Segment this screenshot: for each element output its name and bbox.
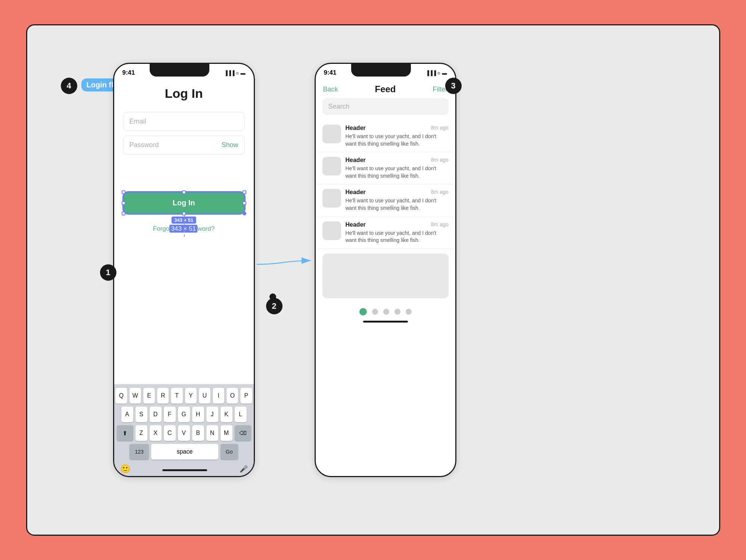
back-button[interactable]: Back	[323, 85, 338, 93]
key-p[interactable]: P	[240, 388, 252, 404]
dot-1[interactable]	[359, 308, 367, 315]
badge-4: 4	[61, 78, 77, 94]
notch	[150, 64, 209, 77]
keyboard-bottom-row: 🙂 🎤	[116, 463, 252, 474]
keyboard-row-3: ⬆ Z X C V B N M ⌫	[116, 425, 252, 441]
keyboard-row-2: A S D F G H J K L	[116, 407, 252, 422]
login-content: Log In Email Password Show	[114, 79, 254, 240]
key-x[interactable]: X	[150, 425, 162, 441]
key-s[interactable]: S	[135, 407, 147, 422]
key-c[interactable]: C	[164, 425, 176, 441]
key-w[interactable]: W	[129, 388, 141, 404]
key-go[interactable]: Go	[221, 444, 238, 460]
status-icons-feed: ▐▐▐ ⌾ ▬	[426, 70, 447, 76]
login-btn-area: Log In 343 × 51 Forgo343 × 51word?	[123, 192, 245, 233]
key-g[interactable]: G	[178, 407, 190, 422]
key-z[interactable]: Z	[135, 425, 147, 441]
keyboard: Q W E R T Y U I O P A S D F G H J K L	[114, 384, 254, 476]
feed-item-4: Header 8m ago He'll want to use your yac…	[316, 217, 455, 249]
feed-status-bar: 9:41 ▐▐▐ ⌾ ▬	[316, 64, 455, 79]
feed-blank-area	[322, 253, 449, 298]
badge-1: 1	[100, 264, 116, 281]
handle-bl[interactable]	[122, 212, 125, 215]
feed-item-3: Header 8m ago He'll want to use your yac…	[316, 184, 455, 217]
keyboard-row-4: 123 space Go	[116, 444, 252, 460]
key-o[interactable]: O	[227, 388, 238, 404]
home-indicator-feed	[363, 321, 408, 323]
mic-key[interactable]: 🎤	[240, 465, 248, 473]
key-e[interactable]: E	[143, 388, 155, 404]
feed-item-content-2: Header 8m ago He'll want to use your yac…	[346, 157, 449, 180]
key-k[interactable]: K	[221, 407, 232, 422]
handle-br[interactable]	[243, 212, 246, 215]
key-j[interactable]: J	[206, 407, 218, 422]
key-f[interactable]: F	[164, 407, 176, 422]
badge-2: 2	[266, 298, 283, 314]
main-frame: 4 Login flow Log In Feed 9:41 ▐▐▐ ⌾ ▬ Lo…	[26, 24, 720, 536]
dot-5[interactable]	[406, 309, 412, 315]
key-t[interactable]: T	[171, 388, 182, 404]
handle-tm[interactable]	[182, 190, 186, 194]
dot-2[interactable]	[372, 309, 378, 315]
email-input[interactable]: Email	[123, 112, 245, 131]
search-bar[interactable]: Search	[322, 98, 449, 115]
password-input[interactable]: Password Show	[123, 136, 245, 155]
feed-item-content-3: Header 8m ago He'll want to use your yac…	[346, 189, 449, 212]
handle-lm[interactable]	[122, 201, 125, 205]
handle-tl[interactable]	[122, 190, 125, 194]
key-h[interactable]: H	[192, 407, 204, 422]
key-d[interactable]: D	[150, 407, 162, 422]
feed-phone: 9:41 ▐▐▐ ⌾ ▬ Back Feed Filter Search Hea…	[315, 63, 456, 477]
feed-item-content-1: Header 8m ago He'll want to use your yac…	[346, 125, 449, 147]
key-a[interactable]: A	[121, 407, 133, 422]
emoji-key[interactable]: 🙂	[120, 464, 130, 474]
avatar-3	[322, 189, 341, 208]
keyboard-row-1: Q W E R T Y U I O P	[116, 388, 252, 404]
home-indicator-login	[162, 469, 207, 471]
key-delete[interactable]: ⌫	[235, 425, 251, 441]
key-b[interactable]: B	[192, 425, 204, 441]
key-u[interactable]: U	[199, 388, 210, 404]
page-dots	[316, 303, 455, 318]
key-shift[interactable]: ⬆	[117, 425, 133, 441]
key-123[interactable]: 123	[129, 444, 149, 460]
feed-item-content-4: Header 8m ago He'll want to use your yac…	[346, 221, 449, 244]
login-title: Log In	[123, 86, 245, 101]
login-status-bar: 9:41 ▐▐▐ ⌾ ▬	[114, 64, 254, 79]
login-phone: 9:41 ▐▐▐ ⌾ ▬ Log In Email Password Show	[113, 63, 255, 477]
feed-title: Feed	[375, 84, 396, 94]
key-space[interactable]: space	[151, 444, 218, 460]
key-i[interactable]: I	[213, 388, 224, 404]
feed-notch	[351, 64, 411, 77]
handle-rm[interactable]	[243, 201, 246, 205]
key-q[interactable]: Q	[115, 388, 127, 404]
key-n[interactable]: N	[206, 425, 218, 441]
avatar-2	[322, 157, 341, 175]
dashed-line	[184, 214, 185, 237]
feed-item-1: Header 8m ago He'll want to use your yac…	[316, 120, 455, 152]
key-v[interactable]: V	[178, 425, 190, 441]
badge-3: 3	[445, 78, 462, 94]
feed-item-2: Header 8m ago He'll want to use your yac…	[316, 152, 455, 184]
key-y[interactable]: Y	[185, 388, 197, 404]
handle-tr[interactable]	[243, 190, 246, 194]
dot-4[interactable]	[394, 309, 400, 315]
feed-header: Back Feed Filter	[316, 79, 455, 98]
avatar-1	[322, 125, 341, 143]
key-r[interactable]: R	[157, 388, 169, 404]
key-l[interactable]: L	[235, 407, 247, 422]
login-button[interactable]: Log In 343 × 51	[123, 192, 245, 214]
key-m[interactable]: M	[221, 425, 232, 441]
avatar-4	[322, 221, 341, 240]
dot-3[interactable]	[383, 309, 389, 315]
status-icons-login: ▐▐▐ ⌾ ▬	[224, 70, 246, 76]
